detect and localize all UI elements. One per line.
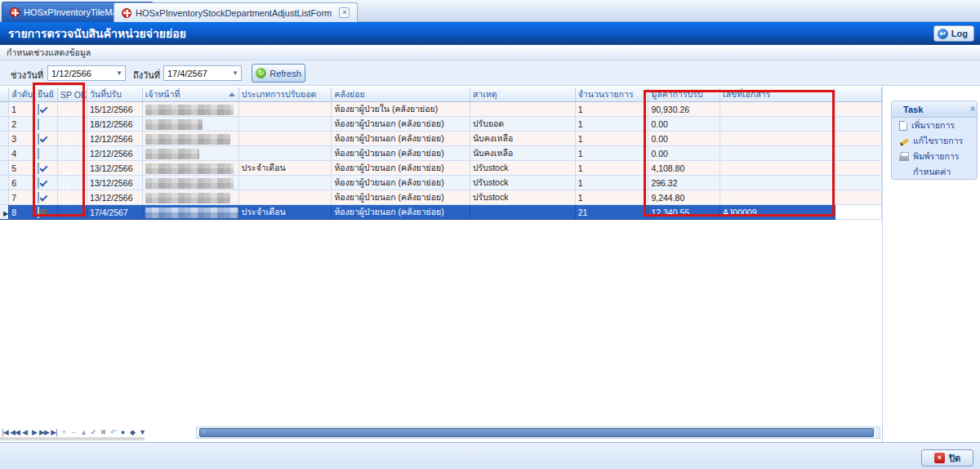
to-date-picker[interactable]: 17/4/2567 ▼ [163, 65, 242, 81]
redacted-officer-name [145, 193, 230, 203]
cell-officer [142, 205, 238, 220]
to-date-label: ถึงวันที่ [133, 68, 160, 83]
current-row-arrow-icon: ▶ [2, 210, 8, 217]
cell-seq: 7 [9, 190, 35, 205]
table-row[interactable]: 412/12/2566ห้องยาผู้ป่วยนอก (คลังยาย่อย)… [0, 146, 882, 161]
table-row[interactable]: 218/12/2566ห้องยาผู้ป่วยนอก (คลังยาย่อย)… [0, 117, 882, 132]
from-date-value: 1/12/2566 [48, 69, 114, 78]
hosxp-app-icon [10, 7, 20, 17]
confirm-checkbox[interactable] [38, 104, 39, 115]
cell-officer [142, 161, 238, 176]
cell-count: 1 [575, 161, 648, 176]
cell-date: 18/12/2566 [87, 117, 142, 132]
tab-stock-department-adjust-list-form[interactable]: HOSxPInventoryStockDepartmentAdjustListF… [114, 2, 358, 22]
cell-confirm[interactable] [35, 176, 58, 190]
cell-value: 9,244.80 [648, 190, 720, 205]
cell-warehouse: ห้องยาผู้ป่วยใน (คลังยาย่อย) [332, 102, 470, 117]
cell-confirm[interactable] [35, 117, 58, 132]
cell-filler [835, 176, 881, 190]
column-header-docno[interactable]: เลขที่เอกสาร [720, 87, 835, 102]
cell-docno [720, 176, 835, 190]
cell-reason: นับคงเหลือ [470, 132, 575, 146]
cell-filler [835, 117, 881, 132]
cell-type: ประจำเดือน [238, 161, 332, 176]
column-header-indicator[interactable] [0, 87, 9, 102]
task-item[interactable]: แก้ไขรายการ [892, 133, 977, 149]
confirm-checkbox[interactable] [38, 192, 39, 203]
cell-confirm[interactable] [35, 132, 58, 146]
column-header-value[interactable]: มูลค่าการปรับ [648, 87, 720, 102]
column-header-officer[interactable]: เจ้าหน้าที่ [142, 87, 238, 102]
close-button[interactable]: × ปิด [921, 449, 973, 467]
tab-label: HOSxPInventoryStockDepartmentAdjustListF… [136, 8, 332, 18]
confirm-checkbox[interactable] [38, 148, 39, 159]
cell-confirm[interactable] [35, 102, 58, 117]
table-row[interactable]: 312/12/2566ห้องยาผู้ป่วยนอก (คลังยาย่อย)… [0, 132, 882, 146]
cell-filler [835, 146, 881, 161]
confirm-checkbox[interactable] [38, 133, 39, 145]
table-row[interactable]: ▶817/4/2567ประจำเดือนห้องยาผู้ป่วยนอก (ค… [0, 205, 882, 220]
collapse-chevron-icon[interactable]: « [969, 105, 978, 112]
scrollbar-thumb[interactable] [199, 428, 874, 437]
tab-bar: HOSxPInventoryTileMainForm HOSxPInventor… [0, 0, 980, 22]
menu-item-date-range[interactable]: กำหนดช่วงแสดงข้อมูล [0, 46, 91, 60]
cell-docno [720, 161, 835, 176]
from-date-label: ช่วงวันที่ [11, 68, 43, 83]
column-header-filler[interactable] [835, 87, 881, 102]
confirm-checkbox[interactable] [38, 163, 39, 174]
tab-close-icon[interactable]: × [339, 7, 350, 18]
row-indicator [0, 102, 9, 117]
table-row[interactable]: 713/12/2566ห้องยาผู้ป่วยนอก (คลังยาย่อย)… [0, 190, 882, 205]
cell-confirm[interactable] [35, 190, 58, 205]
cell-docno [720, 132, 835, 146]
cell-seq: 6 [9, 176, 35, 190]
redacted-officer-name [145, 208, 238, 218]
log-icon: ↩ [938, 29, 948, 39]
task-item[interactable]: เพิ่มรายการ [892, 118, 977, 133]
column-header-seq[interactable]: ลำดับ [9, 87, 35, 102]
cell-count: 21 [575, 205, 648, 220]
cell-sp-ok [58, 205, 87, 220]
cell-warehouse: ห้องยาผู้ป่วยนอก (คลังยาย่อย) [332, 176, 470, 190]
table-row[interactable]: 115/12/2566ห้องยาผู้ป่วยใน (คลังยาย่อย)1… [0, 102, 882, 117]
cell-warehouse: ห้องยาผู้ป่วยนอก (คลังยาย่อย) [332, 205, 470, 220]
table-row[interactable]: 513/12/2566ประจำเดือนห้องยาผู้ป่วยนอก (ค… [0, 161, 882, 176]
column-header-count[interactable]: จำนวนรายการ [575, 87, 648, 102]
column-header-reason[interactable]: สาเหตุ [470, 87, 575, 102]
chevron-down-icon[interactable]: ▼ [229, 69, 241, 77]
cell-date: 13/12/2566 [87, 161, 142, 176]
refresh-button[interactable]: ↻ Refresh [252, 64, 305, 83]
edit-pencil-icon [899, 136, 909, 146]
cell-confirm[interactable] [35, 205, 58, 220]
redacted-officer-name [145, 149, 199, 159]
confirm-checkbox[interactable] [38, 177, 39, 189]
cell-date: 13/12/2566 [87, 190, 142, 205]
confirm-checkbox[interactable] [38, 118, 39, 130]
task-item[interactable]: กำหนดค่า [892, 164, 977, 180]
cell-count: 1 [575, 176, 648, 190]
log-button[interactable]: ↩ Log [933, 25, 974, 42]
cell-value: 0.00 [648, 132, 720, 146]
cell-confirm[interactable] [35, 146, 58, 161]
column-header-date[interactable]: วันที่ปรับ [87, 87, 142, 102]
column-header-confirm[interactable]: ยืนยั [35, 87, 58, 102]
cell-sp-ok [58, 102, 87, 117]
task-item[interactable]: พิมพ์รายการ [892, 149, 977, 164]
cell-date: 15/12/2566 [87, 102, 142, 117]
task-panel: Task « เพิ่มรายการแก้ไขรายการพิมพ์รายการ… [891, 100, 978, 180]
column-header-type[interactable]: ประเภทการปรับยอด [238, 87, 332, 102]
chevron-down-icon[interactable]: ▼ [114, 69, 125, 77]
cell-confirm[interactable] [35, 161, 58, 176]
from-date-picker[interactable]: 1/12/2566 ▼ [47, 65, 126, 81]
cell-docno: AJ00009 [720, 205, 835, 220]
table-row[interactable]: 613/12/2566ห้องยาผู้ป่วยนอก (คลังยาย่อย)… [0, 176, 882, 190]
row-indicator [0, 190, 9, 205]
to-date-value: 17/4/2567 [164, 69, 229, 78]
column-header-warehouse[interactable]: คลังย่อย [332, 87, 470, 102]
column-header-spok[interactable]: SP OK [58, 87, 87, 102]
sort-ascending-icon [229, 92, 235, 96]
horizontal-scrollbar[interactable] [196, 427, 880, 439]
task-panel-header[interactable]: Task « [892, 101, 977, 118]
hosxp-inventory-window: HOSxPInventoryTileMainForm HOSxPInventor… [0, 0, 980, 469]
confirm-checkbox[interactable] [38, 207, 39, 218]
